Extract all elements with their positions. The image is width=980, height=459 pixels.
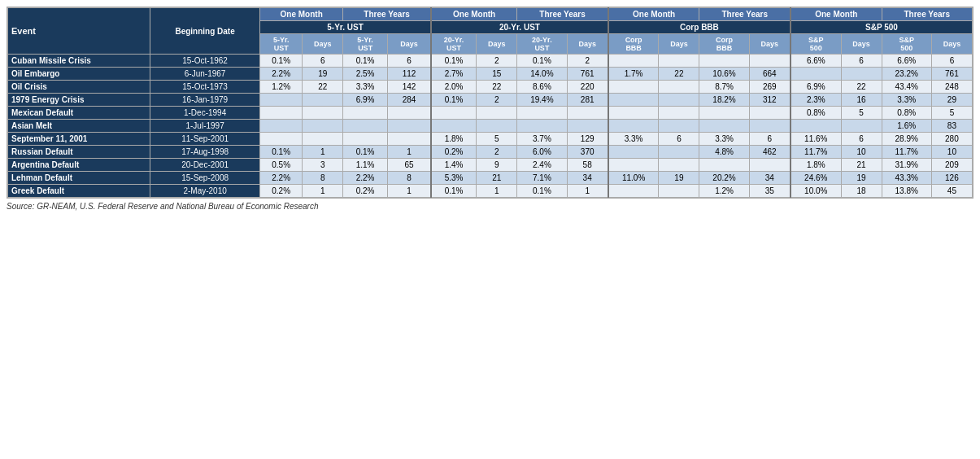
period-header-ust20-1m: One Month <box>431 8 517 21</box>
cell-ust5_1m_days: 6 <box>303 55 343 68</box>
cell-ust20_1m_days <box>477 107 517 120</box>
cell-sp_3y_days: 29 <box>931 94 972 107</box>
cell-ust20_1m: 5.3% <box>431 172 477 185</box>
cell-date: 1-Jul-1997 <box>150 120 260 133</box>
table-row: Lehman Default15-Sep-20082.2%82.2%85.3%2… <box>8 172 973 185</box>
cell-ust20_3y_days <box>567 120 608 133</box>
cell-ust20_1m_days: 9 <box>477 159 517 172</box>
cell-sp_3y: 13.8% <box>882 185 931 198</box>
cell-sp_1m_days <box>841 68 882 81</box>
table-row: Argentina Default20-Dec-20010.5%31.1%651… <box>8 159 973 172</box>
cell-corp_3y <box>699 55 749 68</box>
cell-sp_1m_days: 18 <box>841 185 882 198</box>
cell-ust20_3y_days: 370 <box>567 146 608 159</box>
cell-corp_3y_days: 34 <box>749 172 791 185</box>
cell-ust20_3y: 14.0% <box>517 68 567 81</box>
subheader-ust5-1m-days: Days <box>303 34 343 55</box>
subheader-ust20-3y-val: 20-Yr.UST <box>517 34 567 55</box>
cell-corp_3y_days: 269 <box>749 81 791 94</box>
cell-sp_3y_days: 248 <box>931 81 972 94</box>
cell-corp_1m <box>608 55 659 68</box>
cell-corp_1m: 11.0% <box>608 172 659 185</box>
cell-sp_1m_days: 10 <box>841 146 882 159</box>
cell-event: Oil Crisis <box>8 81 150 94</box>
cell-ust20_1m: 2.0% <box>431 81 477 94</box>
cell-sp_3y: 0.8% <box>882 107 931 120</box>
cell-sp_3y_days: 126 <box>931 172 972 185</box>
cell-event: September 11, 2001 <box>8 133 150 146</box>
cell-ust20_3y: 7.1% <box>517 172 567 185</box>
instrument-header-ust5: 5-Yr. UST <box>260 21 431 34</box>
table-row: Cuban Missile Crisis15-Oct-19620.1%60.1%… <box>8 55 973 68</box>
cell-ust5_1m_days <box>303 107 343 120</box>
cell-ust5_1m_days: 1 <box>303 146 343 159</box>
cell-corp_3y <box>699 159 749 172</box>
cell-event: Russian Default <box>8 146 150 159</box>
cell-ust20_1m: 0.1% <box>431 55 477 68</box>
cell-corp_3y_days <box>749 55 791 68</box>
cell-ust5_3y_days: 6 <box>388 55 431 68</box>
cell-corp_1m_days <box>659 159 699 172</box>
cell-ust5_3y: 3.3% <box>343 81 388 94</box>
subheader-sp-3y-val: S&P500 <box>882 34 931 55</box>
period-header-ust5-1m: One Month <box>260 8 343 21</box>
cell-ust20_1m <box>431 107 477 120</box>
cell-sp_3y: 23.2% <box>882 68 931 81</box>
cell-corp_1m_days <box>659 81 699 94</box>
cell-ust20_1m_days: 5 <box>477 133 517 146</box>
cell-ust20_3y_days: 2 <box>567 55 608 68</box>
cell-ust20_1m_days <box>477 120 517 133</box>
cell-ust20_1m: 0.1% <box>431 185 477 198</box>
cell-ust5_3y <box>343 107 388 120</box>
cell-date: 2-May-2010 <box>150 185 260 198</box>
cell-corp_3y: 4.8% <box>699 146 749 159</box>
cell-corp_1m <box>608 146 659 159</box>
cell-corp_1m_days <box>659 146 699 159</box>
cell-corp_1m_days <box>659 55 699 68</box>
subheader-sp-3y-days: Days <box>931 34 972 55</box>
cell-sp_3y: 31.9% <box>882 159 931 172</box>
cell-sp_1m <box>791 120 841 133</box>
cell-ust20_3y <box>517 120 567 133</box>
table-row: Asian Melt1-Jul-19971.6%83 <box>8 120 973 133</box>
cell-ust5_3y <box>343 120 388 133</box>
cell-sp_3y: 6.6% <box>882 55 931 68</box>
period-header-corp-1m: One Month <box>608 8 699 21</box>
cell-ust20_3y_days: 129 <box>567 133 608 146</box>
cell-sp_1m: 6.6% <box>791 55 841 68</box>
cell-sp_1m_days: 5 <box>841 107 882 120</box>
cell-corp_3y_days: 462 <box>749 146 791 159</box>
cell-ust5_1m_days: 1 <box>303 185 343 198</box>
cell-corp_1m_days: 22 <box>659 68 699 81</box>
cell-sp_3y_days: 280 <box>931 133 972 146</box>
subheader-ust5-3y-val: 5-Yr.UST <box>343 34 388 55</box>
cell-ust5_3y_days: 8 <box>388 172 431 185</box>
cell-ust20_3y: 6.0% <box>517 146 567 159</box>
cell-event: 1979 Energy Crisis <box>8 94 150 107</box>
cell-corp_3y: 20.2% <box>699 172 749 185</box>
cell-sp_1m: 24.6% <box>791 172 841 185</box>
cell-ust5_1m_days: 3 <box>303 159 343 172</box>
cell-date: 11-Sep-2001 <box>150 133 260 146</box>
cell-ust5_3y_days <box>388 107 431 120</box>
cell-ust20_1m: 0.1% <box>431 94 477 107</box>
cell-ust20_1m: 1.8% <box>431 133 477 146</box>
cell-ust5_1m_days: 8 <box>303 172 343 185</box>
cell-ust5_1m_days: 22 <box>303 81 343 94</box>
cell-ust5_3y: 1.1% <box>343 159 388 172</box>
cell-sp_3y_days: 10 <box>931 146 972 159</box>
cell-sp_1m_days: 21 <box>841 159 882 172</box>
cell-ust5_1m: 0.5% <box>260 159 303 172</box>
cell-sp_3y: 11.7% <box>882 146 931 159</box>
cell-sp_1m_days: 6 <box>841 133 882 146</box>
cell-ust5_3y <box>343 133 388 146</box>
cell-corp_3y: 18.2% <box>699 94 749 107</box>
table-row: Mexican Default1-Dec-19940.8%50.8%5 <box>8 107 973 120</box>
cell-ust20_3y_days: 281 <box>567 94 608 107</box>
cell-sp_1m: 1.8% <box>791 159 841 172</box>
cell-ust5_3y_days: 142 <box>388 81 431 94</box>
cell-ust20_1m: 2.7% <box>431 68 477 81</box>
cell-ust5_1m <box>260 107 303 120</box>
cell-ust20_3y: 0.1% <box>517 55 567 68</box>
cell-sp_3y_days: 209 <box>931 159 972 172</box>
